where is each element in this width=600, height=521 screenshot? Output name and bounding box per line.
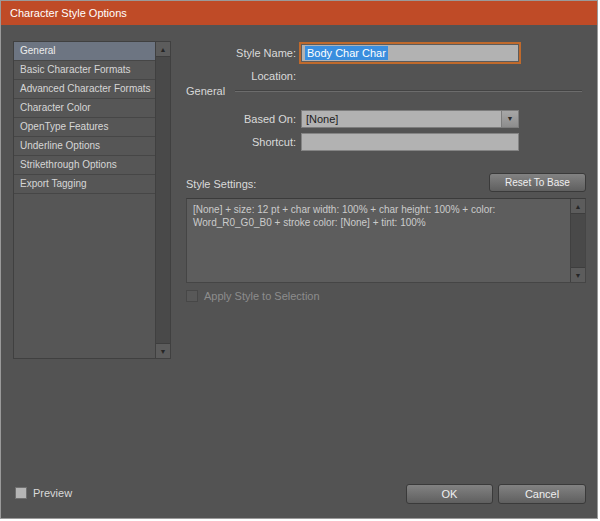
style-settings-box: [None] + size: 12 pt + char width: 100% … (186, 198, 586, 283)
sidebar-item-strikethrough-options[interactable]: Strikethrough Options (14, 156, 155, 175)
apply-style-checkbox[interactable] (186, 290, 198, 302)
sidebar-item-underline-options[interactable]: Underline Options (14, 137, 155, 156)
apply-style-label: Apply Style to Selection (204, 290, 320, 302)
sidebar-item-character-color[interactable]: Character Color (14, 99, 155, 118)
sidebar-list: General Basic Character Formats Advanced… (14, 42, 155, 358)
sidebar-item-general[interactable]: General (14, 42, 155, 61)
sidebar-scrollbar[interactable]: ▲ ▼ (155, 42, 170, 358)
shortcut-label: Shortcut: (171, 136, 296, 148)
apply-style-checkbox-row: Apply Style to Selection (186, 290, 320, 302)
reset-to-base-button[interactable]: Reset To Base (489, 173, 586, 192)
style-name-label: Style Name: (171, 47, 296, 59)
based-on-value: [None] (306, 111, 338, 127)
sidebar-item-opentype-features[interactable]: OpenType Features (14, 118, 155, 137)
scroll-up-icon[interactable]: ▲ (156, 42, 170, 57)
cancel-button[interactable]: Cancel (498, 484, 586, 504)
style-settings-text: [None] + size: 12 pt + char width: 100% … (187, 199, 570, 282)
style-name-selected-text: Body Char Char (305, 46, 388, 60)
sidebar-panel: General Basic Character Formats Advanced… (13, 41, 171, 359)
shortcut-input[interactable] (301, 133, 519, 151)
scroll-down-icon[interactable]: ▼ (571, 267, 585, 282)
location-label: Location: (171, 70, 296, 82)
preview-label: Preview (33, 487, 72, 499)
general-section-title: General (186, 85, 225, 97)
settings-scrollbar[interactable]: ▲ ▼ (570, 199, 585, 282)
preview-checkbox[interactable] (15, 487, 27, 499)
scroll-up-icon[interactable]: ▲ (571, 199, 585, 214)
section-divider (235, 90, 582, 92)
sidebar-item-export-tagging[interactable]: Export Tagging (14, 175, 155, 194)
based-on-dropdown[interactable]: [None] ▼ (301, 110, 519, 128)
sidebar-item-advanced-character-formats[interactable]: Advanced Character Formats (14, 80, 155, 99)
character-style-options-dialog: Character Style Options General Basic Ch… (0, 0, 598, 519)
style-settings-label: Style Settings: (186, 178, 256, 190)
based-on-label: Based On: (171, 113, 296, 125)
general-section-header: General (186, 85, 582, 97)
dialog-title: Character Style Options (10, 7, 127, 19)
chevron-down-icon[interactable]: ▼ (501, 111, 518, 127)
sidebar-item-basic-character-formats[interactable]: Basic Character Formats (14, 61, 155, 80)
dialog-titlebar[interactable]: Character Style Options (1, 1, 597, 25)
scroll-down-icon[interactable]: ▼ (156, 343, 170, 358)
style-name-input[interactable]: Body Char Char (301, 44, 519, 62)
preview-checkbox-row: Preview (15, 487, 72, 499)
ok-button[interactable]: OK (406, 484, 493, 504)
